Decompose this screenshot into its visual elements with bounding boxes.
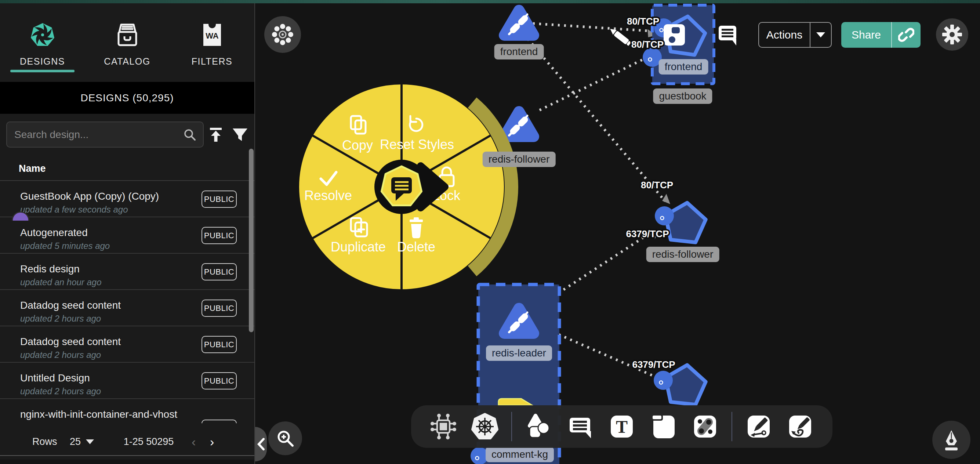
prev-page-button[interactable]: ‹: [192, 435, 196, 449]
radial-item-duplicate[interactable]: Duplicate: [331, 239, 386, 254]
rows-per-page-value: 25: [70, 436, 81, 448]
comment-tool-button[interactable]: [561, 409, 600, 444]
port-label: 80/TCP: [631, 39, 663, 50]
tab-filters[interactable]: WA FILTERS: [170, 3, 255, 82]
comment-bubble-icon[interactable]: [719, 26, 736, 46]
gear-icon: [941, 23, 964, 46]
sidebar-footer: Rows 25 1-25 50295 ‹ ›: [0, 424, 255, 464]
visibility-badge[interactable]: PUBLIC: [202, 419, 237, 423]
note-tool-button[interactable]: [644, 409, 683, 444]
layout-freeze-button[interactable]: [264, 16, 301, 53]
chevron-down-icon: [86, 439, 94, 444]
design-name: GuestBook App (Copy) (Copy): [20, 191, 159, 202]
node-label-frontend[interactable]: frontend: [495, 44, 544, 59]
design-row[interactable]: Autogenerated updated 5 minutes ago PUBL…: [0, 217, 255, 254]
sidebar-scrollbar[interactable]: [249, 149, 254, 332]
radial-item-delete[interactable]: Delete: [397, 239, 435, 254]
search-row: [0, 114, 255, 155]
next-page-button[interactable]: ›: [210, 435, 214, 449]
text-tool-button[interactable]: T: [603, 409, 641, 444]
design-name: Redis design: [20, 263, 80, 275]
visibility-badge[interactable]: PUBLIC: [202, 372, 237, 389]
radial-item-resolve[interactable]: Resolve: [304, 188, 352, 203]
draw-mode-button[interactable]: [932, 421, 970, 459]
toolbar-divider: [732, 412, 732, 441]
design-row[interactable]: Datadog seed content updated 2 hours ago…: [0, 290, 255, 326]
actions-button[interactable]: Actions: [758, 22, 832, 48]
frontend-triangle[interactable]: [504, 10, 534, 35]
port-label: 6379/TCP: [632, 359, 675, 370]
design-updated: updated an hour ago: [20, 277, 102, 287]
redis-follower-triangle[interactable]: [504, 112, 534, 137]
name-column-header: Name: [19, 163, 46, 174]
design-row[interactable]: GuestBook App (Copy) (Copy) updated a fe…: [0, 181, 255, 217]
design-updated: updated 5 minutes ago: [20, 241, 110, 251]
freehand-draw-tool-button[interactable]: [781, 409, 819, 444]
visibility-badge[interactable]: PUBLIC: [202, 300, 237, 317]
design-row[interactable]: Redis design updated an hour ago PUBLIC: [0, 254, 255, 290]
design-row[interactable]: nginx-with-init-container-and-vhost PUBL…: [0, 399, 255, 423]
filter-designs-button[interactable]: [230, 125, 250, 145]
tab-catalog[interactable]: CATALOG: [85, 3, 170, 82]
search-design-input[interactable]: [7, 129, 183, 140]
design-name: Autogenerated: [20, 227, 88, 239]
design-row[interactable]: Datadog seed content updated 2 hours ago…: [0, 326, 255, 363]
visibility-badge[interactable]: PUBLIC: [202, 191, 237, 208]
shapes-tool-button[interactable]: [519, 409, 558, 444]
design-search-box[interactable]: [6, 121, 204, 148]
visibility-badge[interactable]: PUBLIC: [202, 336, 237, 353]
link-tool-button[interactable]: [686, 409, 724, 444]
save-icon[interactable]: [663, 24, 685, 46]
import-design-button[interactable]: [205, 125, 226, 145]
chevron-left-icon: [257, 438, 265, 450]
designs-section-header: DESIGNS (50,295): [0, 82, 255, 114]
rows-label: Rows: [32, 436, 57, 448]
node-label-redis-leader[interactable]: redis-leader: [486, 345, 552, 361]
top-accent-strip: [0, 0, 980, 3]
note-tool-icon: [649, 412, 678, 441]
toolbar-divider: [511, 412, 512, 441]
design-row[interactable]: Untitled Design updated 2 hours ago PUBL…: [0, 363, 255, 399]
pen-nib-icon: [939, 428, 964, 452]
edge-frontend-redis-follower[interactable]: [528, 39, 665, 201]
share-label: Share: [841, 29, 891, 41]
edge-redis-follower-guestbook[interactable]: [539, 56, 651, 110]
svg-text:T: T: [616, 417, 628, 437]
port-circle[interactable]: [654, 371, 673, 390]
visibility-badge[interactable]: PUBLIC: [202, 227, 237, 244]
node-label-redis-follower[interactable]: redis-follower: [483, 151, 556, 167]
port-label: 6379/TCP: [626, 228, 669, 239]
kubernetes-components-button[interactable]: [466, 409, 504, 444]
radial-item-reset-styles[interactable]: Reset Styles: [380, 137, 454, 152]
shapes-icon: [524, 412, 553, 441]
share-button[interactable]: Share: [841, 22, 921, 48]
avatar: [12, 211, 29, 221]
actions-dropdown-toggle[interactable]: [810, 32, 831, 37]
component-picker-button[interactable]: [424, 409, 463, 444]
tab-designs[interactable]: DESIGNS: [0, 3, 85, 82]
group-label-guestbook[interactable]: guestbook: [653, 88, 712, 104]
settings-button[interactable]: [936, 18, 968, 51]
active-tab-underline: [10, 70, 75, 72]
chevron-down-icon: [816, 32, 825, 37]
meshery-logo-icon: [29, 22, 56, 48]
radial-item-copy[interactable]: Copy: [342, 138, 373, 153]
pen-arrow-icon: [744, 412, 773, 441]
node-label-comment-kg[interactable]: comment-kg: [485, 447, 554, 462]
design-updated: updated 2 hours ago: [20, 350, 101, 360]
pencil-swirl-icon: [786, 412, 815, 441]
chain-link-icon: [690, 412, 720, 441]
link-icon: [898, 27, 914, 43]
port-circle[interactable]: [655, 206, 674, 225]
edge-draw-tool-button[interactable]: [740, 409, 778, 444]
shape-toolbar: T: [411, 405, 832, 448]
rows-per-page-select[interactable]: 25: [70, 436, 94, 448]
node-label-redis-follower-service[interactable]: redis-follower: [646, 247, 719, 262]
designs-sidebar: DESIGNS CATALOG WA: [0, 0, 255, 464]
tab-designs-label: DESIGNS: [20, 56, 65, 67]
copy-link-button[interactable]: [892, 27, 921, 43]
zoom-in-button[interactable]: [268, 421, 302, 455]
node-label-guestbook-frontend[interactable]: frontend: [659, 59, 708, 75]
visibility-badge[interactable]: PUBLIC: [202, 263, 237, 281]
design-updated: updated a few seconds ago: [20, 204, 128, 215]
